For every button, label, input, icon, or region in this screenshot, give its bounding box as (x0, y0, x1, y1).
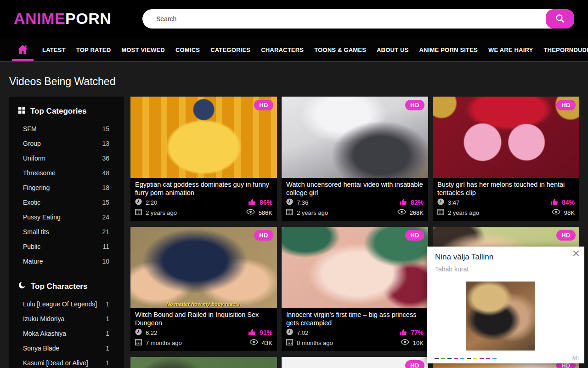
calendar-icon (437, 208, 444, 217)
clock-icon (135, 328, 142, 337)
video-views: 43K (249, 339, 272, 346)
search-bar (142, 9, 574, 29)
nav-item-theporndude[interactable]: THEPORNDUDE (543, 46, 588, 53)
eye-icon (401, 339, 409, 346)
video-duration: 7:02 (286, 328, 308, 337)
top-characters-header: Top Characters (9, 278, 124, 297)
character-item-kasumi[interactable]: Kasumi [Dead or Alive]1 (9, 356, 124, 368)
video-card[interactable]: HD No matter how my body reacts. Witch B… (130, 227, 277, 351)
clock-icon (286, 198, 293, 207)
video-views: 586K (246, 209, 272, 216)
characters-icon (18, 282, 26, 291)
video-rating: 84% (550, 198, 575, 207)
nav-item-comics[interactable]: COMICS (175, 46, 200, 53)
nav-item-latest[interactable]: LATEST (42, 46, 66, 53)
video-duration: 7:36 (286, 198, 308, 207)
category-item-public[interactable]: Public11 (9, 239, 124, 254)
calendar-icon (135, 208, 142, 217)
category-item-small-tits[interactable]: Small tits21 (9, 224, 124, 239)
hd-badge: HD (556, 100, 576, 110)
nav-item-we-are-hairy[interactable]: WE ARE HAIRY (488, 46, 533, 53)
character-item-lulu[interactable]: Lulu [League Of Legends]1 (9, 297, 124, 311)
video-rating: 82% (399, 198, 424, 207)
video-thumbnail[interactable]: HD (282, 357, 428, 368)
video-age: 2 years ago (437, 208, 479, 217)
sidebar: Top Categories SFM15 Group13 Uniform36 T… (9, 97, 124, 368)
video-duration: 6:22 (135, 328, 157, 337)
eye-icon (246, 209, 255, 216)
logo-part-porn: PORN (65, 10, 111, 27)
video-duration: 2:20 (135, 198, 157, 207)
header: ANIMEPORN (0, 0, 588, 39)
hd-badge: HD (405, 230, 424, 241)
video-thumbnail[interactable] (130, 357, 277, 368)
video-rating: 86% (248, 198, 272, 207)
category-item-exotic[interactable]: Exotic15 (9, 195, 124, 210)
video-title[interactable]: Witch Bound and Railed in Inquisition Se… (135, 310, 272, 328)
video-title[interactable]: Watch uncensored hentai video with insat… (286, 180, 424, 197)
clock-icon (437, 198, 444, 207)
hd-badge: HD (556, 230, 576, 241)
search-input[interactable] (142, 9, 574, 29)
nav-item-most-viewed[interactable]: MOST VIEWED (121, 46, 165, 53)
hd-badge: HD (254, 100, 273, 110)
video-card[interactable]: HD (282, 357, 428, 368)
top-categories-title: Top Categories (30, 107, 86, 116)
video-title[interactable]: Egyptian cat goddess dominates guy in fu… (135, 180, 272, 197)
eye-icon (552, 209, 560, 216)
thumbs-up-icon (248, 198, 256, 207)
hd-badge: HD (405, 360, 424, 368)
top-categories-header: Top Categories (9, 103, 124, 121)
video-card[interactable]: HD Watch uncensored hentai video with in… (282, 97, 428, 221)
character-item-sonya-blade[interactable]: Sonya Blade1 (9, 341, 124, 356)
character-item-izuku-midoriya[interactable]: Izuku Midoriya1 (9, 311, 124, 326)
category-item-threesome[interactable]: Threesome48 (9, 166, 124, 180)
thumbs-up-icon (550, 198, 558, 207)
nav-item-home[interactable] (14, 39, 32, 61)
character-item-moka-akashiya[interactable]: Moka Akashiya1 (9, 326, 124, 341)
nav-item-anime-porn-sites[interactable]: ANIME PORN SITES (419, 46, 478, 53)
video-views: 10K (401, 339, 424, 346)
top-characters-title: Top Characters (31, 282, 87, 291)
video-thumbnail[interactable]: HD (282, 97, 428, 178)
video-card[interactable]: HD Busty girl has her melons touched in … (433, 97, 579, 221)
category-item-sfm[interactable]: SFM15 (9, 121, 124, 136)
nav-item-about-us[interactable]: ABOUT US (377, 46, 409, 53)
category-item-group[interactable]: Group13 (9, 136, 124, 151)
thumbs-up-icon (399, 198, 407, 207)
close-icon[interactable]: × (572, 247, 580, 261)
nav-item-characters[interactable]: CHARACTERS (261, 46, 304, 53)
category-item-pussy-eating[interactable]: Pussy Eating24 (9, 210, 124, 224)
nav-item-toons-games[interactable]: TOONS & GAMES (314, 46, 366, 53)
video-title[interactable]: Innocent virgin’s first time – big ass p… (286, 310, 424, 328)
progress-dashes (435, 358, 497, 359)
site-logo[interactable]: ANIMEPORN (14, 10, 111, 28)
page: ANIMEPORN LATEST TOP RATED MOST VIEWED C… (0, 0, 588, 368)
calendar-icon (286, 339, 293, 347)
video-card[interactable]: HD Egyptian cat goddess dominates guy in… (130, 97, 277, 221)
nav-item-categories[interactable]: CATEGORIES (210, 46, 250, 53)
video-thumbnail[interactable]: HD (130, 97, 277, 178)
home-icon (17, 44, 28, 56)
page-title: Videos Being Watched (9, 75, 115, 88)
video-card[interactable] (130, 357, 277, 368)
calendar-icon (286, 208, 293, 217)
logo-part-anime: ANIME (14, 10, 65, 27)
video-thumbnail[interactable]: HD (433, 97, 579, 178)
video-thumbnail[interactable]: HD No matter how my body reacts. (130, 227, 277, 308)
category-item-uniform[interactable]: Uniform36 (9, 151, 124, 166)
search-button[interactable] (546, 9, 574, 29)
main-nav: LATEST TOP RATED MOST VIEWED COMICS CATE… (0, 39, 588, 62)
clock-icon (286, 328, 293, 337)
nav-item-top-rated[interactable]: TOP RATED (76, 46, 111, 53)
search-icon (555, 13, 565, 25)
video-thumbnail[interactable]: HD (282, 227, 428, 308)
video-rating: 77% (399, 328, 424, 337)
category-item-fingering[interactable]: Fingering18 (9, 180, 124, 195)
video-views: 268K (397, 209, 424, 216)
category-item-mature[interactable]: Mature10 (9, 254, 124, 269)
video-card[interactable]: HD Innocent virgin’s first time – big as… (282, 227, 428, 351)
popup-photo[interactable] (466, 282, 535, 351)
video-age: 8 months ago (286, 339, 333, 347)
video-title[interactable]: Busty girl has her melons touched in hen… (437, 180, 575, 197)
